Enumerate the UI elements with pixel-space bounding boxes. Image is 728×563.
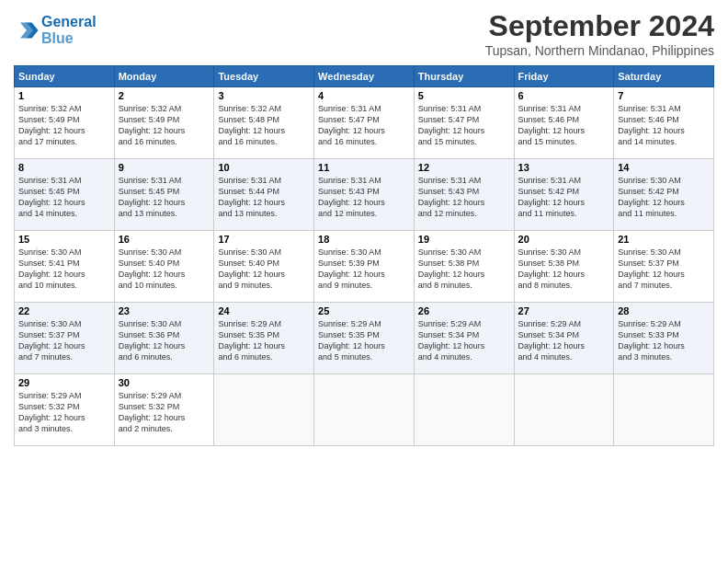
day-number: 22	[18, 305, 110, 316]
day-info: Sunrise: 5:31 AMSunset: 5:46 PMDaylight:…	[618, 103, 710, 148]
calendar-table: Sunday Monday Tuesday Wednesday Thursday…	[14, 65, 714, 446]
col-friday: Friday	[514, 66, 614, 87]
day-number: 30	[119, 377, 210, 388]
day-info: Sunrise: 5:30 AMSunset: 5:38 PMDaylight:…	[518, 247, 610, 292]
day-info: Sunrise: 5:29 AMSunset: 5:32 PMDaylight:…	[18, 390, 110, 435]
day-cell: 4Sunrise: 5:31 AMSunset: 5:47 PMDaylight…	[314, 87, 415, 159]
day-cell: 26Sunrise: 5:29 AMSunset: 5:34 PMDayligh…	[414, 303, 514, 374]
day-info: Sunrise: 5:29 AMSunset: 5:35 PMDaylight:…	[218, 318, 310, 363]
day-number: 23	[119, 305, 210, 316]
page-container: General Blue September 2024 Tupsan, Nort…	[0, 0, 728, 455]
day-number: 4	[318, 90, 410, 101]
day-cell: 8Sunrise: 5:31 AMSunset: 5:45 PMDaylight…	[15, 159, 115, 231]
day-info: Sunrise: 5:31 AMSunset: 5:42 PMDaylight:…	[518, 175, 610, 220]
day-number: 26	[418, 305, 510, 316]
day-cell: 18Sunrise: 5:30 AMSunset: 5:39 PMDayligh…	[314, 231, 415, 303]
day-cell: 30Sunrise: 5:29 AMSunset: 5:32 PMDayligh…	[114, 374, 214, 446]
week-row-4: 22Sunrise: 5:30 AMSunset: 5:37 PMDayligh…	[15, 303, 714, 374]
day-number: 14	[618, 162, 710, 173]
day-number: 8	[18, 162, 110, 173]
day-info: Sunrise: 5:32 AMSunset: 5:49 PMDaylight:…	[18, 103, 110, 148]
day-info: Sunrise: 5:30 AMSunset: 5:37 PMDaylight:…	[18, 318, 110, 363]
location-title: Tupsan, Northern Mindanao, Philippines	[485, 43, 714, 58]
day-info: Sunrise: 5:31 AMSunset: 5:43 PMDaylight:…	[318, 175, 410, 220]
day-number: 27	[518, 305, 610, 316]
day-number: 6	[518, 90, 610, 101]
day-number: 13	[518, 162, 610, 173]
day-cell: 25Sunrise: 5:29 AMSunset: 5:35 PMDayligh…	[314, 303, 415, 374]
day-info: Sunrise: 5:30 AMSunset: 5:40 PMDaylight:…	[119, 247, 210, 292]
day-cell: 23Sunrise: 5:30 AMSunset: 5:36 PMDayligh…	[114, 303, 214, 374]
day-number: 28	[618, 305, 710, 316]
day-info: Sunrise: 5:29 AMSunset: 5:32 PMDaylight:…	[119, 390, 210, 435]
day-number: 1	[18, 90, 110, 101]
col-thursday: Thursday	[414, 66, 514, 87]
day-cell: 5Sunrise: 5:31 AMSunset: 5:47 PMDaylight…	[414, 87, 514, 159]
day-cell	[214, 374, 314, 446]
day-info: Sunrise: 5:31 AMSunset: 5:47 PMDaylight:…	[318, 103, 410, 148]
day-number: 2	[119, 90, 210, 101]
header-row: Sunday Monday Tuesday Wednesday Thursday…	[15, 66, 714, 87]
day-cell: 14Sunrise: 5:30 AMSunset: 5:42 PMDayligh…	[614, 159, 714, 231]
day-cell: 2Sunrise: 5:32 AMSunset: 5:49 PMDaylight…	[114, 87, 214, 159]
day-number: 5	[418, 90, 510, 101]
day-info: Sunrise: 5:31 AMSunset: 5:45 PMDaylight:…	[18, 175, 110, 220]
day-info: Sunrise: 5:29 AMSunset: 5:35 PMDaylight:…	[318, 318, 410, 363]
day-number: 11	[318, 162, 410, 173]
day-number: 18	[318, 234, 410, 245]
logo: General Blue	[14, 14, 97, 46]
day-info: Sunrise: 5:31 AMSunset: 5:44 PMDaylight:…	[218, 175, 310, 220]
day-cell: 3Sunrise: 5:32 AMSunset: 5:48 PMDaylight…	[214, 87, 314, 159]
logo-text: General Blue	[41, 14, 97, 46]
day-info: Sunrise: 5:30 AMSunset: 5:39 PMDaylight:…	[318, 247, 410, 292]
day-cell	[614, 374, 714, 446]
day-info: Sunrise: 5:30 AMSunset: 5:37 PMDaylight:…	[618, 247, 710, 292]
day-number: 21	[618, 234, 710, 245]
day-number: 24	[218, 305, 310, 316]
day-cell: 22Sunrise: 5:30 AMSunset: 5:37 PMDayligh…	[15, 303, 115, 374]
day-cell: 6Sunrise: 5:31 AMSunset: 5:46 PMDaylight…	[514, 87, 614, 159]
day-info: Sunrise: 5:31 AMSunset: 5:47 PMDaylight:…	[418, 103, 510, 148]
day-info: Sunrise: 5:31 AMSunset: 5:45 PMDaylight:…	[119, 175, 210, 220]
title-block: September 2024 Tupsan, Northern Mindanao…	[485, 9, 714, 58]
day-cell	[514, 374, 614, 446]
day-cell: 21Sunrise: 5:30 AMSunset: 5:37 PMDayligh…	[614, 231, 714, 303]
week-row-5: 29Sunrise: 5:29 AMSunset: 5:32 PMDayligh…	[15, 374, 714, 446]
logo-blue: Blue	[41, 30, 74, 46]
day-cell: 11Sunrise: 5:31 AMSunset: 5:43 PMDayligh…	[314, 159, 415, 231]
logo-general: General	[41, 14, 97, 29]
day-number: 9	[119, 162, 210, 173]
day-cell: 19Sunrise: 5:30 AMSunset: 5:38 PMDayligh…	[414, 231, 514, 303]
day-number: 17	[218, 234, 310, 245]
day-cell: 13Sunrise: 5:31 AMSunset: 5:42 PMDayligh…	[514, 159, 614, 231]
day-cell: 12Sunrise: 5:31 AMSunset: 5:43 PMDayligh…	[414, 159, 514, 231]
day-cell: 10Sunrise: 5:31 AMSunset: 5:44 PMDayligh…	[214, 159, 314, 231]
col-tuesday: Tuesday	[214, 66, 314, 87]
day-cell	[414, 374, 514, 446]
col-wednesday: Wednesday	[314, 66, 415, 87]
day-number: 25	[318, 305, 410, 316]
week-row-2: 8Sunrise: 5:31 AMSunset: 5:45 PMDaylight…	[15, 159, 714, 231]
logo-icon	[14, 17, 40, 43]
day-cell: 24Sunrise: 5:29 AMSunset: 5:35 PMDayligh…	[214, 303, 314, 374]
day-cell: 7Sunrise: 5:31 AMSunset: 5:46 PMDaylight…	[614, 87, 714, 159]
col-sunday: Sunday	[15, 66, 115, 87]
day-number: 19	[418, 234, 510, 245]
day-number: 12	[418, 162, 510, 173]
day-cell: 15Sunrise: 5:30 AMSunset: 5:41 PMDayligh…	[15, 231, 115, 303]
day-info: Sunrise: 5:29 AMSunset: 5:33 PMDaylight:…	[618, 318, 710, 363]
day-info: Sunrise: 5:32 AMSunset: 5:48 PMDaylight:…	[218, 103, 310, 148]
day-number: 3	[218, 90, 310, 101]
day-info: Sunrise: 5:29 AMSunset: 5:34 PMDaylight:…	[518, 318, 610, 363]
day-info: Sunrise: 5:30 AMSunset: 5:38 PMDaylight:…	[418, 247, 510, 292]
day-number: 15	[18, 234, 110, 245]
col-monday: Monday	[114, 66, 214, 87]
day-number: 20	[518, 234, 610, 245]
day-cell: 9Sunrise: 5:31 AMSunset: 5:45 PMDaylight…	[114, 159, 214, 231]
col-saturday: Saturday	[614, 66, 714, 87]
day-number: 16	[119, 234, 210, 245]
day-info: Sunrise: 5:29 AMSunset: 5:34 PMDaylight:…	[418, 318, 510, 363]
day-cell: 29Sunrise: 5:29 AMSunset: 5:32 PMDayligh…	[15, 374, 115, 446]
day-info: Sunrise: 5:30 AMSunset: 5:40 PMDaylight:…	[218, 247, 310, 292]
week-row-3: 15Sunrise: 5:30 AMSunset: 5:41 PMDayligh…	[15, 231, 714, 303]
